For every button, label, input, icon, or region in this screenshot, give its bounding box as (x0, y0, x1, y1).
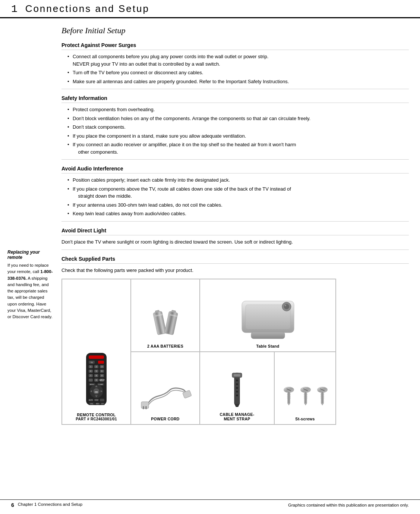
part-cell-remote: TV 1 2 3 4 5 (62, 279, 131, 424)
list-item: If you connect an audio receiver or ampl… (67, 141, 409, 156)
part-cell-screws: St-screws (274, 352, 336, 424)
sidebar: Replacing your remote If you need to rep… (0, 18, 58, 432)
svg-text:INPUT: INPUT (99, 379, 105, 381)
avoid-light-text: Don't place the TV where sunlight or roo… (61, 238, 409, 246)
main-content: Before Initial Setup Protect Against Pow… (58, 18, 420, 432)
list-item: Protect components from overheating. (67, 106, 409, 113)
svg-rect-96 (321, 392, 324, 403)
parts-grid-wrapper: TV 1 2 3 4 5 (61, 279, 409, 425)
chapter-title-text: Connections and Setup (25, 3, 149, 14)
svg-text:6: 6 (101, 370, 102, 372)
svg-rect-1 (89, 355, 104, 359)
svg-rect-4 (98, 361, 104, 364)
svg-rect-65 (143, 406, 144, 409)
part-sublabel-remote: PART # RC2463001/01 (76, 417, 117, 421)
divider (61, 221, 409, 222)
svg-text:OK: OK (95, 391, 98, 393)
section-heading-protect: Protect Against Power Surges (61, 42, 409, 50)
svg-text:0: 0 (96, 379, 97, 381)
divider (61, 250, 409, 250)
list-item: Connect all components before you plug a… (67, 53, 409, 68)
svg-rect-66 (145, 406, 147, 409)
sidebar-text: If you need to replace your remote, call… (7, 262, 54, 320)
chapter-title: 1 Connections and Setup (11, 3, 409, 15)
svg-point-75 (236, 394, 238, 396)
list-item: Make sure all antennas and cables are pr… (67, 78, 409, 85)
svg-rect-67 (182, 390, 191, 398)
footer-left: 6 Chapter 1 Connections and Setup (11, 502, 82, 508)
part-label-table-stand: Table Stand (256, 344, 279, 348)
svg-point-62 (285, 305, 286, 306)
list-item: If your antenna uses 300-ohm twin lead c… (67, 201, 409, 209)
section-heading-light: Avoid Direct Light (61, 228, 409, 235)
svg-text:5: 5 (96, 370, 97, 372)
screws-svg (277, 383, 333, 413)
svg-rect-63 (251, 332, 285, 339)
svg-rect-78 (287, 392, 290, 403)
svg-text:INFO: INFO (96, 403, 100, 405)
svg-rect-87 (304, 392, 307, 403)
parts-intro: Check that the following parts were pack… (61, 267, 409, 274)
part-cell-batteries: 2 AAA BATTERIES (131, 279, 200, 352)
audio-list: Position cables properly; insert each ca… (61, 176, 409, 217)
svg-point-71 (236, 379, 238, 381)
list-item: If you place components above the TV, ro… (67, 185, 409, 200)
part-label-screws: St-screws (295, 417, 315, 421)
sidebar-replacing-title: Replacing your remote (7, 250, 54, 260)
part-cell-cable-strap: CABLE MANAGE-MENT STRAP (200, 352, 274, 424)
svg-text:4: 4 (90, 370, 91, 372)
svg-text:STBY: STBY (95, 399, 99, 401)
part-label-cable-strap: CABLE MANAGE-MENT STRAP (220, 412, 254, 421)
list-item: Keep twin lead cables away from audio/vi… (67, 210, 409, 217)
footer-rights-text: Graphics contained within this publicati… (288, 503, 409, 507)
svg-text:1: 1 (90, 366, 91, 368)
batteries-svg (149, 309, 182, 339)
divider (61, 159, 409, 160)
remote-svg: TV 1 2 3 4 5 (80, 351, 112, 409)
list-item: Position cables properly; insert each ca… (67, 176, 409, 184)
list-item: Turn off the TV before you connect or di… (67, 69, 409, 76)
cable-strap-svg (224, 371, 250, 408)
svg-point-72 (236, 383, 238, 385)
part-cell-table-stand: Table Stand (200, 279, 336, 352)
content-area: Replacing your remote If you need to rep… (0, 18, 420, 432)
part-label-power-cord: POWER CORD (151, 417, 180, 421)
svg-text:CH: CH (101, 403, 104, 405)
svg-rect-44 (100, 399, 104, 401)
svg-text:TV: TV (91, 361, 93, 364)
svg-text:2: 2 (96, 366, 97, 368)
section-heading-audio: Avoid Audio Interference (61, 166, 409, 173)
svg-text:VOL: VOL (90, 403, 94, 405)
divider (61, 89, 409, 89)
svg-point-73 (236, 387, 238, 389)
svg-text:9: 9 (101, 374, 102, 377)
svg-text:MUTE: MUTE (89, 399, 93, 401)
list-item: If you place the component in a stand, m… (67, 132, 409, 140)
part-label-remote: REMOTE CONTROL (77, 413, 116, 417)
safety-list: Protect components from overheating. Don… (61, 106, 409, 156)
section-heading-parts: Check Supplied Parts (61, 256, 409, 264)
part-label-batteries: 2 AAA BATTERIES (147, 344, 183, 348)
svg-text:RCA: RCA (94, 406, 98, 408)
table-stand-svg (238, 299, 298, 340)
svg-text:MENU: MENU (90, 383, 94, 385)
section-heading-safety: Safety Information (61, 95, 409, 103)
svg-text:.: . (91, 379, 91, 381)
footer-chapter-text: Chapter 1 Connections and Setup (18, 502, 82, 508)
page-title: Before Initial Setup (61, 26, 409, 35)
svg-text:7: 7 (90, 374, 91, 377)
svg-text:8: 8 (96, 374, 97, 377)
svg-rect-64 (141, 402, 149, 408)
svg-point-74 (236, 391, 238, 392)
svg-rect-70 (234, 374, 240, 376)
list-item: Don't stack components. (67, 123, 409, 131)
chapter-header: 1 Connections and Setup (0, 0, 420, 18)
svg-text:CLEAR: CLEAR (98, 383, 103, 385)
power-cord-svg (139, 379, 192, 413)
svg-point-61 (284, 304, 289, 309)
protect-list: Connect all components before you plug a… (61, 53, 409, 85)
part-cell-power-cord: POWER CORD (131, 352, 200, 424)
svg-text:3: 3 (101, 366, 102, 368)
list-item: Don't block ventilation holes on any of … (67, 115, 409, 122)
footer-page-number: 6 (11, 502, 14, 508)
